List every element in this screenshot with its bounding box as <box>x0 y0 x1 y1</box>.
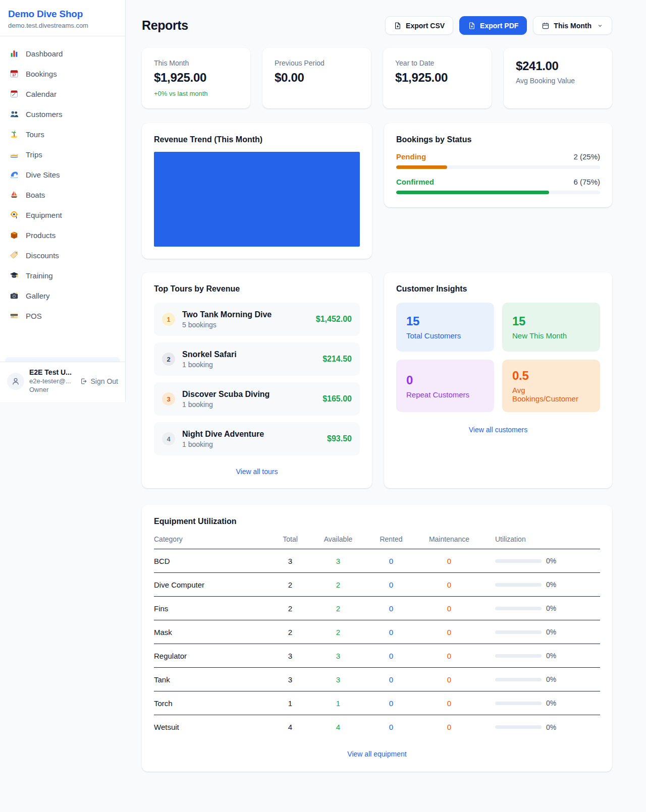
sidebar-item-tours[interactable]: Tours <box>0 124 125 144</box>
equipment-total: 4 <box>270 723 310 731</box>
equipment-category: Torch <box>154 699 270 708</box>
utilization-percent: 0% <box>546 652 556 660</box>
sidebar-item-customers[interactable]: Customers <box>0 104 125 124</box>
equipment-maintenance: 0 <box>416 604 482 613</box>
equipment-total: 2 <box>270 628 310 636</box>
stat-card-avg-booking-value: $241.00 Avg Booking Value <box>504 48 612 108</box>
equipment-rented: 0 <box>366 604 416 613</box>
insight-value: 15 <box>406 314 484 328</box>
view-all-equipment-link[interactable]: View all equipment <box>347 750 406 758</box>
file-export-icon <box>394 22 402 30</box>
tour-info: Discover Scuba Diving 1 booking <box>182 390 270 409</box>
sidebar: Demo Dive Shop demo.test.divestreams.com… <box>0 0 126 402</box>
sign-out-label: Sign Out <box>91 377 118 385</box>
equipment-rented: 0 <box>366 723 416 731</box>
insight-label: Avg Bookings/Customer <box>512 386 590 403</box>
equipment-row: Dive Computer 2 2 0 0 0% <box>154 573 600 597</box>
tour-amount: $165.00 <box>322 394 352 403</box>
sidebar-header: Demo Dive Shop demo.test.divestreams.com <box>0 0 125 36</box>
sidebar-item-gallery[interactable]: Gallery <box>0 285 125 306</box>
insight-tiles: 15 Total Customers 15 New This Month 0 R… <box>396 303 600 412</box>
sidebar-item-training[interactable]: Training <box>0 265 125 285</box>
dashboard-icon <box>10 49 19 58</box>
export-pdf-button[interactable]: Export PDF <box>459 16 527 35</box>
equipment-maintenance: 0 <box>416 652 482 660</box>
equipment-utilization-cell: 0% <box>482 652 600 660</box>
user-meta: E2E Test U... e2e-tester@... Owner <box>29 368 72 394</box>
person-icon <box>11 376 21 386</box>
utilization-bar-track <box>495 725 542 729</box>
equipment-maintenance: 0 <box>416 699 482 708</box>
utilization-percent: 0% <box>546 628 556 636</box>
tour-rank-badge: 2 <box>162 353 175 366</box>
equipment-category: BCD <box>154 557 270 565</box>
export-csv-button[interactable]: Export CSV <box>385 16 453 35</box>
insight-tile: 15 New This Month <box>502 303 600 352</box>
view-all-tours-link[interactable]: View all tours <box>236 468 278 476</box>
equipment-table-header: Category Total Available Rented Maintena… <box>154 535 600 549</box>
sidebar-item-equipment[interactable]: Equipment <box>0 205 125 225</box>
equipment-total: 3 <box>270 652 310 660</box>
stat-card-previous-period: Previous Period $0.00 <box>262 48 371 108</box>
sidebar-item-discounts[interactable]: Discounts <box>0 245 125 265</box>
tour-rank-badge: 4 <box>162 432 175 445</box>
tour-name: Discover Scuba Diving <box>182 390 270 399</box>
equipment-rented: 0 <box>366 675 416 684</box>
utilization-percent: 0% <box>546 604 556 612</box>
utilization-bar-track <box>495 559 542 563</box>
utilization-percent: 0% <box>546 557 556 565</box>
tour-info: Snorkel Safari 1 booking <box>182 350 237 369</box>
revenue-trend-title: Revenue Trend (This Month) <box>154 135 360 144</box>
sidebar-item-dive-sites[interactable]: Dive Sites <box>0 164 125 185</box>
equipment-rented: 0 <box>366 628 416 636</box>
sidebar-item-trips[interactable]: Trips <box>0 144 125 164</box>
period-dropdown[interactable]: This Month <box>533 16 612 35</box>
charts-row: Revenue Trend (This Month) Bookings by S… <box>142 123 612 259</box>
tour-row: 3 Discover Scuba Diving 1 booking $165.0… <box>154 382 360 416</box>
insight-tile: 0 Repeat Customers <box>396 360 494 412</box>
utilization-bar-track <box>495 607 542 610</box>
status-label: Confirmed <box>396 178 434 186</box>
sidebar-item-boats[interactable]: Boats <box>0 185 125 205</box>
equipment-utilization-cell: 0% <box>482 604 600 612</box>
equipment-total: 2 <box>270 581 310 589</box>
sidebar-item-calendar[interactable]: Calendar <box>0 84 125 104</box>
page-title: Reports <box>142 18 188 33</box>
equipment-utilization-cell: 0% <box>482 699 600 707</box>
utilization-bar-track <box>495 678 542 681</box>
credit-card-icon <box>10 311 19 320</box>
insights-row: Top Tours by Revenue 1 Two Tank Morning … <box>142 272 612 488</box>
column-header-utilization: Utilization <box>482 535 600 543</box>
status-progress-fill <box>396 165 447 169</box>
utilization-percent: 0% <box>546 581 556 589</box>
tour-bookings: 1 booking <box>182 361 237 369</box>
sailboat-icon <box>10 190 19 199</box>
user-email: e2e-tester@... <box>29 377 72 385</box>
status-value: 2 (25%) <box>573 152 600 161</box>
sidebar-item-reports[interactable] <box>5 357 120 362</box>
utilization-bar-track <box>495 702 542 705</box>
tour-rank-badge: 1 <box>162 313 175 326</box>
top-tours-card: Top Tours by Revenue 1 Two Tank Morning … <box>142 272 372 488</box>
revenue-trend-card: Revenue Trend (This Month) <box>142 123 372 259</box>
equipment-available: 4 <box>310 723 366 731</box>
sidebar-item-products[interactable]: Products <box>0 225 125 245</box>
sign-out-button[interactable]: Sign Out <box>80 377 118 385</box>
tour-row: 4 Night Dive Adventure 1 booking $93.50 <box>154 422 360 455</box>
column-header-available: Available <box>310 535 366 543</box>
equipment-row: Tank 3 3 0 0 0% <box>154 668 600 691</box>
package-icon <box>10 230 19 240</box>
sidebar-item-pos[interactable]: POS <box>0 306 125 326</box>
insight-tile: 15 Total Customers <box>396 303 494 352</box>
wave-icon <box>10 170 19 179</box>
equipment-utilization-card: Equipment Utilization Category Total Ava… <box>142 505 612 772</box>
sidebar-item-bookings[interactable]: 17 Bookings <box>0 64 125 84</box>
equipment-utilization-cell: 0% <box>482 557 600 565</box>
equipment-maintenance: 0 <box>416 723 482 731</box>
sidebar-item-dashboard[interactable]: Dashboard <box>0 43 125 64</box>
tag-icon <box>10 251 19 260</box>
speedboat-icon <box>10 150 19 159</box>
shop-title[interactable]: Demo Dive Shop <box>8 9 117 20</box>
tour-name: Night Dive Adventure <box>182 430 264 439</box>
view-all-customers-link[interactable]: View all customers <box>469 426 527 434</box>
